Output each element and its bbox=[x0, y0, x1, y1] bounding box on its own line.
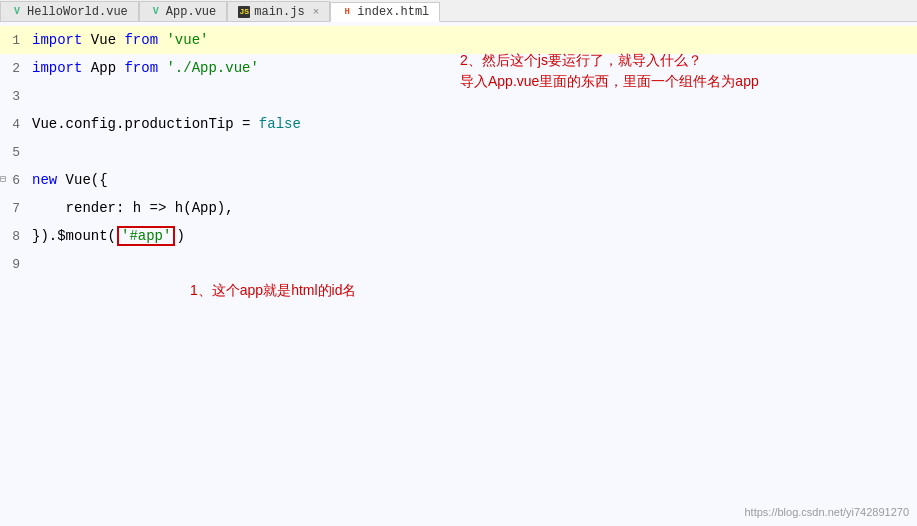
tab-label: HelloWorld.vue bbox=[27, 5, 128, 19]
line-number-7: 7 bbox=[0, 201, 28, 216]
code-line-7: 7 render: h => h(App), bbox=[0, 194, 917, 222]
code-line-3: 3 bbox=[0, 82, 917, 110]
line-content-9 bbox=[28, 256, 917, 272]
line-content-5 bbox=[28, 144, 917, 160]
code-line-1: 1 import Vue from 'vue' bbox=[0, 26, 917, 54]
tab-label: index.html bbox=[357, 5, 429, 19]
tab-bar: V HelloWorld.vue V App.vue JS main.js × … bbox=[0, 0, 917, 22]
line-content-4: Vue.config.productionTip = false bbox=[28, 116, 917, 132]
close-icon[interactable]: × bbox=[313, 6, 320, 18]
code-line-6: 6⊟ new Vue({ bbox=[0, 166, 917, 194]
line-content-2: import App from './App.vue' bbox=[28, 60, 917, 76]
vue-icon: V bbox=[11, 6, 23, 18]
line-content-1: import Vue from 'vue' bbox=[28, 32, 917, 48]
code-area: 1 import Vue from 'vue' 2 import App fro… bbox=[0, 22, 917, 526]
app-id-highlight: '#app' bbox=[117, 226, 175, 246]
line-number-1: 1 bbox=[0, 33, 28, 48]
line-content-3 bbox=[28, 88, 917, 104]
tab-helloworld[interactable]: V HelloWorld.vue bbox=[0, 1, 139, 21]
code-line-8: 8 }).$mount('#app') bbox=[0, 222, 917, 250]
vue-icon: V bbox=[150, 6, 162, 18]
js-icon: JS bbox=[238, 6, 250, 18]
line-number-2: 2 bbox=[0, 61, 28, 76]
watermark: https://blog.csdn.net/yi742891270 bbox=[744, 506, 909, 518]
line-number-5: 5 bbox=[0, 145, 28, 160]
line-number-6: 6⊟ bbox=[0, 173, 28, 188]
code-line-2: 2 import App from './App.vue' bbox=[0, 54, 917, 82]
html-icon: H bbox=[341, 6, 353, 18]
line-number-8: 8 bbox=[0, 229, 28, 244]
tab-label: main.js bbox=[254, 5, 304, 19]
tab-appvue[interactable]: V App.vue bbox=[139, 1, 227, 21]
tab-indexhtml[interactable]: H index.html bbox=[330, 2, 440, 22]
line-content-6: new Vue({ bbox=[28, 172, 917, 188]
code-lines: 1 import Vue from 'vue' 2 import App fro… bbox=[0, 22, 917, 282]
line-number-9: 9 bbox=[0, 257, 28, 272]
tab-label: App.vue bbox=[166, 5, 216, 19]
line-content-7: render: h => h(App), bbox=[28, 200, 917, 216]
code-line-4: 4 Vue.config.productionTip = false bbox=[0, 110, 917, 138]
code-line-5: 5 bbox=[0, 138, 917, 166]
tab-mainjs[interactable]: JS main.js × bbox=[227, 1, 330, 21]
line-number-4: 4 bbox=[0, 117, 28, 132]
code-line-9: 9 bbox=[0, 250, 917, 278]
line-content-8: }).$mount('#app') bbox=[28, 226, 917, 246]
line-number-3: 3 bbox=[0, 89, 28, 104]
annotation-1: 1、这个app就是html的id名 bbox=[190, 280, 357, 301]
